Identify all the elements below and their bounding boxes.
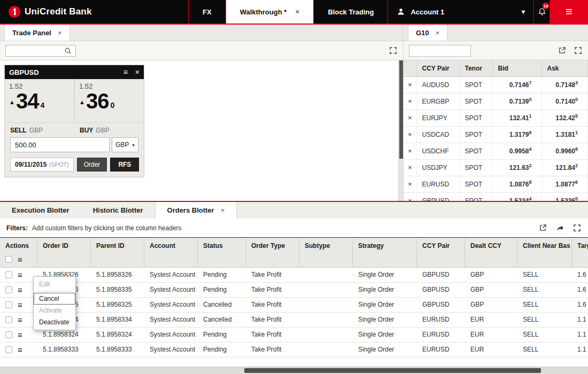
expand-icon[interactable] xyxy=(572,223,582,233)
close-icon[interactable]: × xyxy=(58,29,62,37)
search-input[interactable] xyxy=(9,47,63,54)
column-header-dealt-ccy[interactable]: Dealt CCY xyxy=(465,238,517,267)
select-all-checkbox[interactable] xyxy=(5,256,12,263)
expand-icon[interactable] xyxy=(573,46,583,56)
order-button[interactable]: Order xyxy=(77,158,107,172)
remove-pair-icon[interactable]: × xyxy=(404,76,416,93)
remove-pair-icon[interactable]: × xyxy=(404,143,416,159)
column-header-order-id[interactable]: Order ID xyxy=(37,238,91,267)
ask-price[interactable]: 0.99606 xyxy=(541,143,588,159)
main-menu-button[interactable]: ≡ xyxy=(550,0,588,24)
top-tab-walkthrough[interactable]: Walkthrough * × xyxy=(226,0,314,24)
row-actions-icon[interactable]: ≡ xyxy=(18,286,22,294)
rfs-button[interactable]: RFS xyxy=(110,158,139,172)
tile-close-icon[interactable]: × xyxy=(135,68,140,76)
vertical-scrollbar[interactable] xyxy=(398,60,403,201)
column-header-strategy[interactable]: Strategy xyxy=(353,238,417,267)
close-icon[interactable]: × xyxy=(295,7,299,16)
close-icon[interactable]: × xyxy=(436,29,440,37)
bid-price[interactable]: 0.71390 xyxy=(492,93,541,110)
context-menu-item-deactivate[interactable]: Deactivate xyxy=(34,316,75,328)
instrument-search[interactable] xyxy=(5,45,76,57)
remove-pair-icon[interactable]: × xyxy=(404,159,416,176)
horizontal-scrollbar[interactable] xyxy=(0,367,588,374)
row-actions-icon[interactable]: ≡ xyxy=(18,301,22,309)
settlement-date-field[interactable]: 09/11/2015 (SPOT) xyxy=(10,158,74,172)
row-checkbox[interactable] xyxy=(5,316,12,323)
row-checkbox[interactable] xyxy=(5,271,12,278)
ask-price[interactable]: 1.52360 xyxy=(541,192,588,201)
watchlist-search[interactable] xyxy=(409,45,471,57)
tab-trade-panel[interactable]: Trade Panel × xyxy=(4,25,70,41)
bid-price[interactable]: 0.71467 xyxy=(492,76,541,93)
amount-field[interactable]: 500.00 xyxy=(10,137,110,152)
column-header-bid[interactable]: Bid xyxy=(492,60,541,76)
column-header-subtype[interactable]: Subtype xyxy=(299,238,353,267)
currency-select[interactable]: GBP ▾ xyxy=(112,137,138,152)
column-header-status[interactable]: Status xyxy=(198,238,246,267)
bid-price[interactable]: 1.08768 xyxy=(492,176,541,192)
remove-pair-icon[interactable]: × xyxy=(404,176,416,192)
expand-icon[interactable] xyxy=(388,46,398,56)
remove-pair-icon[interactable]: × xyxy=(404,93,416,110)
scrollbar-thumb[interactable] xyxy=(399,60,403,159)
tab-execution-blotter[interactable]: Execution Blotter xyxy=(0,202,81,219)
tile-menu-icon[interactable]: ≡ xyxy=(123,68,128,76)
column-header-account[interactable]: Account xyxy=(144,238,198,267)
scrollbar-thumb[interactable] xyxy=(244,368,541,373)
export-icon[interactable] xyxy=(555,223,564,233)
row-actions-icon[interactable]: ≡ xyxy=(18,331,22,339)
notifications-button[interactable]: 19 xyxy=(533,0,550,24)
bulk-actions-icon[interactable]: ≡ xyxy=(18,255,22,263)
row-checkbox[interactable] xyxy=(5,346,12,353)
column-header-order-type[interactable]: Order Type xyxy=(246,238,299,267)
context-menu-item-cancel[interactable]: Cancel xyxy=(34,293,75,305)
popout-icon[interactable] xyxy=(557,46,567,56)
remove-pair-icon[interactable]: × xyxy=(404,192,416,201)
ask-price[interactable]: 1.08776 xyxy=(541,176,588,192)
column-header-targ[interactable]: Targ xyxy=(572,238,588,267)
close-icon[interactable]: × xyxy=(221,206,225,214)
ask-price[interactable]: 132.425 xyxy=(541,110,588,126)
tab-historic-blotter[interactable]: Historic Blotter xyxy=(81,202,155,219)
bid-price[interactable]: 0.99584 xyxy=(492,143,541,159)
column-header-ccy-pair[interactable]: CCY Pair xyxy=(417,238,465,267)
buy-price-button[interactable]: 1.52 ▲ 36 0 xyxy=(74,79,144,122)
top-tab-block-trading[interactable]: Block Trading xyxy=(313,0,388,24)
order-row[interactable]: ≡5.1.89583265.1.8958326Systest Account 1… xyxy=(0,268,588,283)
row-checkbox[interactable] xyxy=(5,286,12,293)
column-header-actions[interactable]: Actions≡ xyxy=(0,238,37,267)
order-row[interactable]: ≡5.1.89583345.1.8958334Systest Account 1… xyxy=(0,313,588,328)
bid-price[interactable]: 1.52344 xyxy=(492,192,541,201)
tab-g10[interactable]: G10 × xyxy=(408,25,447,41)
ask-price[interactable]: 121.842 xyxy=(541,159,588,176)
bid-price[interactable]: 121.632 xyxy=(492,159,541,176)
bid-price[interactable]: 132.411 xyxy=(492,110,541,126)
column-header-ask[interactable]: Ask xyxy=(541,60,588,76)
column-header-client-near-bas[interactable]: Client Near Bas xyxy=(517,238,572,267)
sell-price-button[interactable]: 1.52 ▲ 34 4 xyxy=(5,79,74,122)
row-actions-icon[interactable]: ≡ xyxy=(18,346,22,354)
tile-header[interactable]: GBPUSD ≡ × xyxy=(5,65,144,79)
column-header-parent-id[interactable]: Parent ID xyxy=(91,238,144,267)
row-actions-icon[interactable]: ≡ xyxy=(18,271,22,279)
ask-price[interactable]: 1.31811 xyxy=(541,126,588,143)
row-checkbox[interactable] xyxy=(5,301,12,308)
order-row[interactable]: ≡5.1.89583355.1.8958335Systest Account 1… xyxy=(0,283,588,298)
ask-price[interactable]: 0.71400 xyxy=(541,93,588,110)
row-checkbox[interactable] xyxy=(5,331,12,338)
remove-pair-icon[interactable]: × xyxy=(404,126,416,143)
order-row[interactable]: ≡5.1.89583245.1.8958324Systest Account 1… xyxy=(0,328,588,342)
column-header-tenor[interactable]: Tenor xyxy=(459,60,492,76)
order-row[interactable]: ≡5.1.89583255.1.8958325Systest Account 1… xyxy=(0,298,588,313)
bid-price[interactable]: 1.31796 xyxy=(492,126,541,143)
row-actions-icon[interactable]: ≡ xyxy=(18,316,22,324)
search-input[interactable] xyxy=(412,47,468,54)
tab-orders-blotter[interactable]: Orders Blotter × xyxy=(155,202,237,219)
popout-icon[interactable] xyxy=(538,223,547,233)
column-header-ccy-pair[interactable]: CCY Pair xyxy=(416,60,459,76)
top-tab-fx[interactable]: FX xyxy=(188,0,226,24)
ask-price[interactable]: 0.71483 xyxy=(541,76,588,93)
remove-pair-icon[interactable]: × xyxy=(404,110,416,126)
order-row[interactable]: ≡5.1.89583335.1.8958333Systest Account 1… xyxy=(0,342,588,357)
